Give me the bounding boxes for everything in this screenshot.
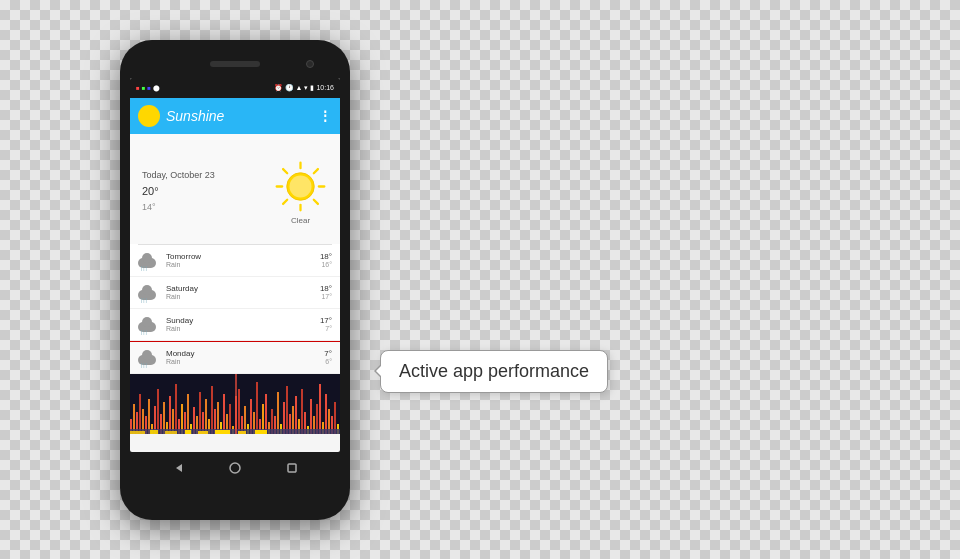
more-options-button[interactable]: ⋮ bbox=[318, 108, 332, 124]
svg-rect-62 bbox=[256, 382, 258, 434]
battery-icon: ▮ bbox=[310, 84, 314, 92]
svg-rect-69 bbox=[277, 392, 279, 434]
forecast-row: Saturday Rain 18° 17° bbox=[130, 277, 340, 309]
forecast-temps-monday: 7° 6° bbox=[324, 349, 332, 365]
svg-line-7 bbox=[153, 111, 155, 113]
notif-icon-1: ■ bbox=[136, 85, 140, 91]
home-button[interactable] bbox=[226, 459, 244, 477]
time-display: 10:16 bbox=[316, 84, 334, 91]
forecast-row: Tomorrow Rain 18° 16° bbox=[130, 245, 340, 277]
today-right: Clear bbox=[273, 159, 328, 225]
svg-rect-91 bbox=[130, 431, 145, 434]
phone-device: ■ ■ ■ ⬤ ⏰ 🕐 ▲ ▾ ▮ 10:16 bbox=[120, 40, 350, 520]
svg-line-6 bbox=[153, 119, 155, 121]
svg-rect-43 bbox=[199, 392, 201, 434]
svg-rect-23 bbox=[139, 394, 141, 434]
wifi-icon: ▾ bbox=[304, 84, 308, 92]
today-info: Today, October 23 20° 14° bbox=[142, 168, 215, 214]
rain-icon-monday bbox=[138, 349, 158, 365]
svg-line-16 bbox=[283, 199, 287, 203]
today-temp-low: 14° bbox=[142, 200, 215, 214]
svg-rect-75 bbox=[295, 396, 297, 434]
phone-bottom bbox=[128, 484, 342, 490]
svg-line-5 bbox=[144, 111, 146, 113]
phone-speaker bbox=[210, 61, 260, 67]
svg-rect-83 bbox=[319, 384, 321, 434]
phone-top bbox=[128, 50, 342, 78]
forecast-day-tomorrow: Tomorrow Rain bbox=[166, 252, 312, 268]
notification-dot: ⬤ bbox=[153, 84, 160, 91]
today-date: Today, October 23 bbox=[142, 168, 215, 182]
sun-weather-icon bbox=[273, 159, 328, 214]
app-content: Today, October 23 20° 14° bbox=[130, 134, 340, 434]
performance-chart bbox=[130, 374, 340, 434]
phone-nav-bar bbox=[130, 452, 340, 484]
status-left-icons: ■ ■ ■ ⬤ bbox=[136, 84, 160, 91]
forecast-temps-tomorrow: 18° 16° bbox=[320, 252, 332, 268]
svg-rect-85 bbox=[325, 394, 327, 434]
callout-tooltip: Active app performance bbox=[380, 350, 608, 393]
svg-rect-60 bbox=[250, 399, 252, 434]
rain-icon-sunday bbox=[138, 316, 158, 332]
forecast-temps-sunday: 17° 7° bbox=[320, 316, 332, 332]
forecast-row: Sunday Rain 17° 7° bbox=[130, 309, 340, 341]
forecast-temps-saturday: 18° 17° bbox=[320, 284, 332, 300]
svg-rect-77 bbox=[301, 389, 303, 434]
alarm-icon: ⏰ bbox=[274, 84, 283, 92]
app-title: Sunshine bbox=[166, 108, 312, 124]
svg-rect-72 bbox=[286, 386, 288, 434]
rain-icon-tomorrow bbox=[138, 252, 158, 268]
svg-line-8 bbox=[144, 119, 146, 121]
svg-line-13 bbox=[283, 169, 287, 173]
svg-rect-96 bbox=[215, 430, 230, 434]
svg-rect-94 bbox=[185, 430, 191, 434]
svg-rect-99 bbox=[235, 374, 237, 434]
svg-rect-51 bbox=[223, 394, 225, 434]
svg-rect-35 bbox=[175, 384, 177, 434]
svg-marker-100 bbox=[176, 464, 182, 472]
callout-text: Active app performance bbox=[399, 361, 589, 381]
back-button[interactable] bbox=[169, 459, 187, 477]
notif-icon-2: ■ bbox=[142, 85, 146, 91]
svg-point-18 bbox=[290, 175, 312, 197]
forecast-day-monday: Monday Rain bbox=[166, 349, 316, 365]
svg-rect-47 bbox=[211, 386, 213, 434]
notif-icon-3: ■ bbox=[147, 85, 151, 91]
svg-rect-56 bbox=[238, 389, 240, 434]
svg-point-101 bbox=[230, 463, 240, 473]
svg-rect-98 bbox=[255, 430, 267, 434]
svg-rect-80 bbox=[310, 399, 312, 434]
status-bar: ■ ■ ■ ⬤ ⏰ 🕐 ▲ ▾ ▮ 10:16 bbox=[130, 78, 340, 98]
svg-rect-93 bbox=[165, 431, 177, 434]
svg-rect-92 bbox=[150, 430, 158, 434]
sunshine-app-icon bbox=[138, 105, 160, 127]
status-right-icons: ⏰ 🕐 ▲ ▾ ▮ 10:16 bbox=[274, 84, 334, 92]
svg-rect-33 bbox=[169, 396, 171, 434]
today-condition: Clear bbox=[291, 216, 310, 225]
clock-icon: 🕐 bbox=[285, 84, 294, 92]
phone-screen: ■ ■ ■ ⬤ ⏰ 🕐 ▲ ▾ ▮ 10:16 bbox=[130, 78, 340, 452]
svg-line-14 bbox=[314, 199, 318, 203]
scene: ■ ■ ■ ⬤ ⏰ 🕐 ▲ ▾ ▮ 10:16 bbox=[120, 40, 350, 520]
svg-rect-39 bbox=[187, 394, 189, 434]
phone-camera bbox=[306, 60, 314, 68]
svg-rect-97 bbox=[238, 431, 246, 434]
svg-line-15 bbox=[314, 169, 318, 173]
svg-rect-29 bbox=[157, 389, 159, 434]
svg-rect-65 bbox=[265, 394, 267, 434]
today-section: Today, October 23 20° 14° bbox=[130, 134, 340, 244]
svg-rect-26 bbox=[148, 399, 150, 434]
forecast-row: Monday Rain 7° 6° bbox=[130, 342, 340, 374]
app-bar: Sunshine ⋮ bbox=[130, 98, 340, 134]
svg-rect-95 bbox=[198, 431, 208, 434]
svg-rect-45 bbox=[205, 399, 207, 434]
signal-icon: ▲ bbox=[296, 84, 303, 91]
chart-svg bbox=[130, 374, 340, 434]
forecast-list: Tomorrow Rain 18° 16° bbox=[130, 245, 340, 374]
svg-rect-102 bbox=[288, 464, 296, 472]
recent-apps-button[interactable] bbox=[283, 459, 301, 477]
forecast-day-sunday: Sunday Rain bbox=[166, 316, 312, 332]
forecast-day-saturday: Saturday Rain bbox=[166, 284, 312, 300]
rain-icon-saturday bbox=[138, 284, 158, 300]
today-temp-high: 20° bbox=[142, 183, 215, 201]
